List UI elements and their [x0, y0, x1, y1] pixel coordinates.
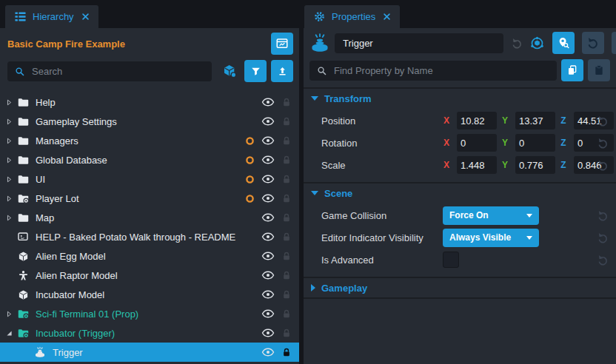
- position-x-input[interactable]: 10.82: [457, 112, 497, 129]
- filter-button[interactable]: [244, 60, 267, 82]
- expand-arrow-icon: [311, 284, 315, 291]
- person-icon: [16, 270, 30, 281]
- property-label: Editor Indicator Visibility: [321, 232, 443, 243]
- export-button[interactable]: [271, 60, 293, 82]
- tree-row[interactable]: Alien Egg Model: [0, 246, 299, 266]
- find-in-scene-button[interactable]: [552, 32, 575, 54]
- visibility-eye-icon[interactable]: [261, 326, 275, 340]
- editor-indicator-dropdown[interactable]: Always Visible: [443, 229, 539, 247]
- folder-icon: [16, 212, 30, 224]
- lock-icon[interactable]: [281, 251, 292, 262]
- section-transform[interactable]: Transform: [304, 87, 616, 108]
- game-collision-dropdown[interactable]: Force On: [443, 206, 539, 225]
- row-label: Alien Egg Model: [36, 251, 245, 262]
- axis-z-label: Z: [560, 138, 567, 148]
- tab-properties-close-icon[interactable]: [383, 13, 391, 21]
- editor-window: Hierarchy Basic Camp Fire Example: [0, 0, 616, 364]
- paste-properties-button[interactable]: [588, 59, 610, 81]
- lock-icon[interactable]: [281, 309, 292, 320]
- hierarchy-search-input[interactable]: [30, 65, 205, 78]
- lock-icon[interactable]: [281, 212, 292, 223]
- reset-icon[interactable]: [597, 115, 610, 127]
- expander-icon[interactable]: [5, 310, 16, 318]
- reset-icon[interactable]: [597, 232, 610, 244]
- visibility-eye-icon[interactable]: [261, 153, 275, 166]
- expander-icon[interactable]: [5, 195, 16, 203]
- apply-button[interactable]: [612, 32, 616, 54]
- visibility-eye-icon[interactable]: [261, 346, 275, 359]
- scale-y-input[interactable]: 0.776: [515, 156, 555, 174]
- visibility-eye-icon[interactable]: [261, 211, 275, 224]
- rotation-y-input[interactable]: 0: [515, 134, 555, 152]
- lock-icon[interactable]: [281, 232, 292, 243]
- tree-row[interactable]: Alien Raptor Model: [0, 266, 299, 285]
- position-y-input[interactable]: 13.37: [515, 112, 555, 129]
- object-name-input[interactable]: [341, 37, 497, 50]
- lock-icon[interactable]: [281, 116, 292, 127]
- expander-icon[interactable]: [5, 118, 16, 126]
- lock-icon[interactable]: [281, 328, 292, 339]
- property-search-input[interactable]: [332, 64, 550, 77]
- undo-icon: [586, 36, 600, 50]
- axis-y-label: Y: [501, 160, 509, 170]
- visibility-eye-icon[interactable]: [261, 249, 275, 263]
- network-gizmo-icon[interactable]: [529, 36, 545, 51]
- copy-properties-button[interactable]: [561, 59, 583, 81]
- expander-icon[interactable]: [5, 329, 16, 337]
- lock-icon[interactable]: [281, 135, 292, 146]
- visibility-eye-icon[interactable]: [261, 115, 275, 128]
- tree-row[interactable]: Gameplay Settings: [0, 112, 299, 131]
- visibility-eye-icon[interactable]: [261, 288, 275, 301]
- expander-icon[interactable]: [5, 214, 16, 222]
- lock-icon[interactable]: [281, 174, 292, 185]
- rotation-x-input[interactable]: 0: [457, 134, 497, 152]
- scale-x-input[interactable]: 1.448: [457, 156, 497, 174]
- tree-row[interactable]: UI: [0, 169, 299, 189]
- lock-icon[interactable]: [281, 347, 292, 358]
- section-scene[interactable]: Scene: [304, 182, 616, 203]
- screenshot-button[interactable]: [271, 33, 293, 55]
- is-advanced-checkbox[interactable]: [443, 252, 459, 268]
- visibility-eye-icon[interactable]: [261, 192, 275, 205]
- tree-row[interactable]: Help: [0, 92, 299, 112]
- tree-row[interactable]: Incubator (Trigger): [0, 323, 299, 343]
- readme-icon: [16, 231, 30, 243]
- tree-row[interactable]: Trigger: [0, 343, 299, 362]
- reset-icon[interactable]: [597, 159, 610, 172]
- section-gameplay[interactable]: Gameplay: [304, 277, 616, 299]
- revert-button[interactable]: [582, 32, 604, 54]
- tab-hierarchy-close-icon[interactable]: [81, 13, 90, 21]
- row-label: Trigger: [53, 347, 245, 358]
- tree-row[interactable]: Global Database: [0, 150, 299, 169]
- visibility-eye-icon[interactable]: [261, 95, 275, 109]
- visibility-eye-icon[interactable]: [261, 307, 275, 320]
- visibility-eye-icon[interactable]: [261, 230, 275, 243]
- expander-icon[interactable]: [5, 137, 16, 145]
- tab-hierarchy[interactable]: Hierarchy: [5, 5, 98, 28]
- lock-icon[interactable]: [281, 289, 292, 300]
- tree-row[interactable]: Managers: [0, 131, 299, 150]
- visibility-eye-icon[interactable]: [261, 172, 275, 186]
- lock-icon[interactable]: [281, 270, 292, 281]
- reset-icon[interactable]: [597, 254, 610, 266]
- tree-row[interactable]: Incubator Model: [0, 285, 299, 304]
- reset-icon[interactable]: [597, 209, 610, 222]
- group-objects-icon[interactable]: [220, 64, 239, 79]
- property-label: Scale: [321, 160, 443, 171]
- expander-icon[interactable]: [5, 175, 16, 183]
- visibility-eye-icon[interactable]: [261, 134, 275, 147]
- tree-row[interactable]: Map: [0, 208, 299, 227]
- tree-row[interactable]: HELP - Baked Potato Walk through - READM…: [0, 227, 299, 246]
- expander-icon[interactable]: [5, 98, 16, 107]
- visibility-eye-icon[interactable]: [261, 269, 275, 282]
- dropdown-value: Force On: [449, 210, 526, 220]
- tab-properties[interactable]: Properties: [304, 5, 400, 28]
- tree-row[interactable]: Player Lot: [0, 189, 299, 208]
- lock-icon[interactable]: [281, 97, 292, 108]
- reset-icon[interactable]: [597, 137, 610, 149]
- tree-row[interactable]: Sci-fi Terminal 01 (Prop): [0, 304, 299, 323]
- folder-icon: [16, 96, 30, 109]
- lock-icon[interactable]: [281, 193, 292, 204]
- lock-icon[interactable]: [281, 155, 292, 166]
- expander-icon[interactable]: [5, 156, 16, 164]
